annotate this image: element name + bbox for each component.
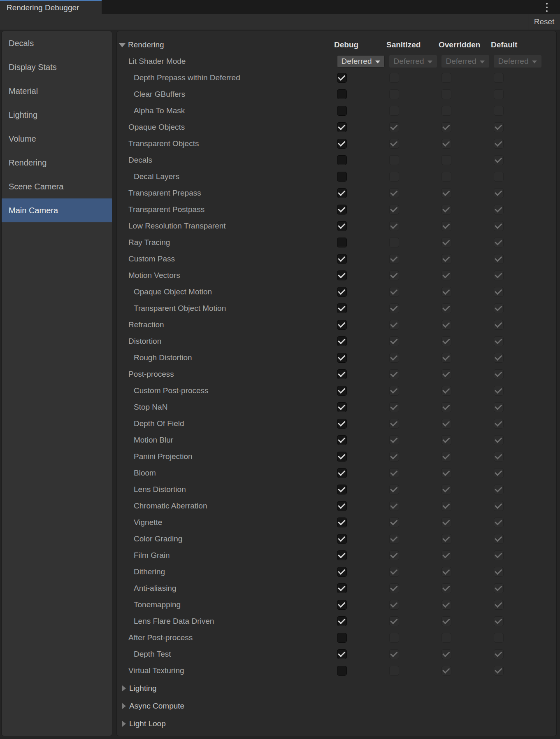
column-header-default: Default xyxy=(491,40,517,49)
checkbox-debug[interactable] xyxy=(337,155,347,165)
checkbox-debug[interactable] xyxy=(337,73,347,83)
check-icon xyxy=(495,271,502,278)
checkbox-debug[interactable] xyxy=(337,666,347,676)
settings-row: Motion Vectors xyxy=(117,267,556,284)
row-label-zone: Post-process xyxy=(117,370,332,379)
value-cell-sanitized xyxy=(385,600,437,610)
checkbox-debug[interactable] xyxy=(337,600,347,610)
row-label-motion-blur: Motion Blur xyxy=(134,436,173,445)
kebab-menu-icon[interactable] xyxy=(543,3,551,12)
sidebar-item-display-stats[interactable]: Display Stats xyxy=(2,55,112,79)
checkbox-debug[interactable] xyxy=(337,518,347,527)
tab-rendering-debugger[interactable]: Rendering Debugger xyxy=(0,0,102,14)
checkbox-debug[interactable] xyxy=(337,649,347,659)
checkbox-debug[interactable] xyxy=(337,468,347,478)
checkbox-debug[interactable] xyxy=(337,616,347,626)
checkbox-debug[interactable] xyxy=(337,320,347,330)
checkbox-default xyxy=(494,518,504,527)
check-icon xyxy=(390,221,397,229)
checkbox-debug[interactable] xyxy=(337,485,347,494)
settings-row: Motion Blur xyxy=(117,432,556,448)
checkbox-debug[interactable] xyxy=(337,386,347,396)
checkbox-sanitized xyxy=(389,534,399,544)
checkbox-debug[interactable] xyxy=(337,501,347,511)
checkbox-sanitized xyxy=(389,666,399,676)
dropdown-value: Deferred xyxy=(342,57,372,66)
value-cell-default xyxy=(489,534,541,544)
checkbox-debug[interactable] xyxy=(337,303,347,313)
value-cell-default xyxy=(489,122,541,132)
value-cell-overridden xyxy=(437,122,489,132)
check-icon xyxy=(495,386,502,394)
value-cell-sanitized xyxy=(385,172,437,182)
checkbox-debug[interactable] xyxy=(337,534,347,544)
checkbox-default xyxy=(494,468,504,478)
checkbox-debug[interactable] xyxy=(337,550,347,560)
check-icon xyxy=(390,205,397,212)
check-icon xyxy=(338,287,345,295)
check-icon xyxy=(390,419,397,427)
settings-row: Lens Distortion xyxy=(117,481,556,498)
checkbox-default xyxy=(494,485,504,494)
foldout-async-compute[interactable]: Async Compute xyxy=(117,702,332,711)
value-cell-overridden xyxy=(437,583,489,593)
checkbox-debug[interactable] xyxy=(337,89,347,99)
sidebar-item-label: Rendering xyxy=(9,158,46,168)
checkbox-debug[interactable] xyxy=(337,336,347,346)
checkbox-debug[interactable] xyxy=(337,238,347,247)
checkbox-debug[interactable] xyxy=(337,287,347,297)
collapsed-section-row: Async Compute xyxy=(117,698,556,714)
sidebar-item-material[interactable]: Material xyxy=(2,79,112,103)
checkbox-debug[interactable] xyxy=(337,254,347,264)
sidebar-item-main-camera[interactable]: Main Camera xyxy=(2,198,112,222)
checkbox-debug[interactable] xyxy=(337,402,347,412)
value-cell-overridden xyxy=(437,353,489,363)
checkbox-debug[interactable] xyxy=(337,567,347,577)
value-cell-overridden xyxy=(437,633,489,643)
checkbox-debug[interactable] xyxy=(337,139,347,149)
row-label-zone: Transparent Objects xyxy=(117,139,332,148)
sidebar-item-rendering[interactable]: Rendering xyxy=(2,151,112,175)
checkbox-debug[interactable] xyxy=(337,205,347,214)
checkbox-debug[interactable] xyxy=(337,172,347,182)
foldout-light-loop[interactable]: Light Loop xyxy=(117,719,332,728)
checkbox-overridden xyxy=(441,485,451,494)
checkbox-debug[interactable] xyxy=(337,369,347,379)
checkbox-sanitized xyxy=(389,633,399,643)
check-icon xyxy=(495,666,502,674)
row-label-zone: Transparent Object Motion xyxy=(117,304,332,313)
checkbox-debug[interactable] xyxy=(337,221,347,231)
dropdown-debug[interactable]: Deferred xyxy=(337,55,385,68)
checkbox-overridden xyxy=(441,369,451,379)
check-icon xyxy=(338,485,345,492)
sidebar-item-decals[interactable]: Decals xyxy=(2,31,112,55)
value-cell-debug xyxy=(332,616,385,626)
checkbox-debug[interactable] xyxy=(337,452,347,462)
section-header[interactable]: Rendering xyxy=(117,40,332,49)
checkbox-sanitized xyxy=(389,172,399,182)
checkbox-debug[interactable] xyxy=(337,188,347,198)
row-label-transparent-objects: Transparent Objects xyxy=(128,139,199,148)
sidebar-item-lighting[interactable]: Lighting xyxy=(2,103,112,127)
value-cell-sanitized xyxy=(385,583,437,593)
checkbox-overridden xyxy=(441,155,451,165)
reset-button[interactable]: Reset xyxy=(528,14,560,30)
checkbox-sanitized xyxy=(389,122,399,132)
value-cell-debug xyxy=(332,402,385,412)
checkbox-debug[interactable] xyxy=(337,106,347,116)
checkbox-overridden xyxy=(441,666,451,676)
sidebar-item-volume[interactable]: Volume xyxy=(2,127,112,151)
checkbox-debug[interactable] xyxy=(337,270,347,280)
checkbox-debug[interactable] xyxy=(337,353,347,363)
check-icon xyxy=(390,189,397,196)
check-icon xyxy=(495,353,502,361)
checkbox-debug[interactable] xyxy=(337,633,347,643)
checkbox-debug[interactable] xyxy=(337,583,347,593)
sidebar-item-scene-camera[interactable]: Scene Camera xyxy=(2,175,112,198)
value-cell-default xyxy=(489,238,541,247)
checkbox-debug[interactable] xyxy=(337,435,347,445)
checkbox-debug[interactable] xyxy=(337,122,347,132)
check-icon xyxy=(495,254,502,262)
foldout-lighting[interactable]: Lighting xyxy=(117,684,332,693)
checkbox-debug[interactable] xyxy=(337,419,347,429)
